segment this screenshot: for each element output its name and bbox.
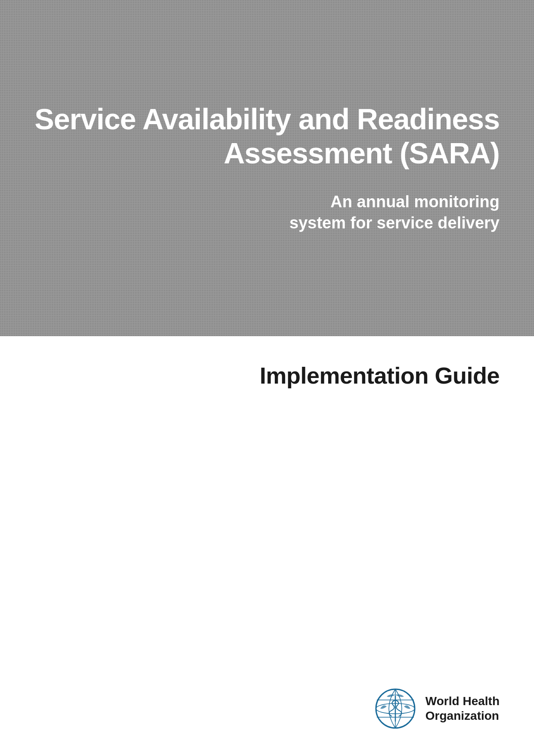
who-name-line2: Organization bbox=[425, 709, 500, 723]
subtitle-line1: An annual monitoring bbox=[289, 191, 500, 212]
who-logo-icon bbox=[374, 687, 417, 730]
subtitle-line2: system for service delivery bbox=[289, 212, 500, 234]
who-name-line1: World Health bbox=[425, 694, 500, 709]
implementation-guide-title: Implementation Guide bbox=[0, 336, 534, 389]
main-title: Service Availability and Readiness Asses… bbox=[34, 102, 500, 169]
who-text: World Health Organization bbox=[425, 694, 500, 723]
white-section: Implementation Guide bbox=[0, 336, 534, 756]
who-branding: World Health Organization bbox=[374, 687, 500, 730]
page: Service Availability and Readiness Asses… bbox=[0, 0, 534, 756]
subtitle: An annual monitoring system for service … bbox=[289, 191, 500, 234]
header-section: Service Availability and Readiness Asses… bbox=[0, 0, 534, 336]
